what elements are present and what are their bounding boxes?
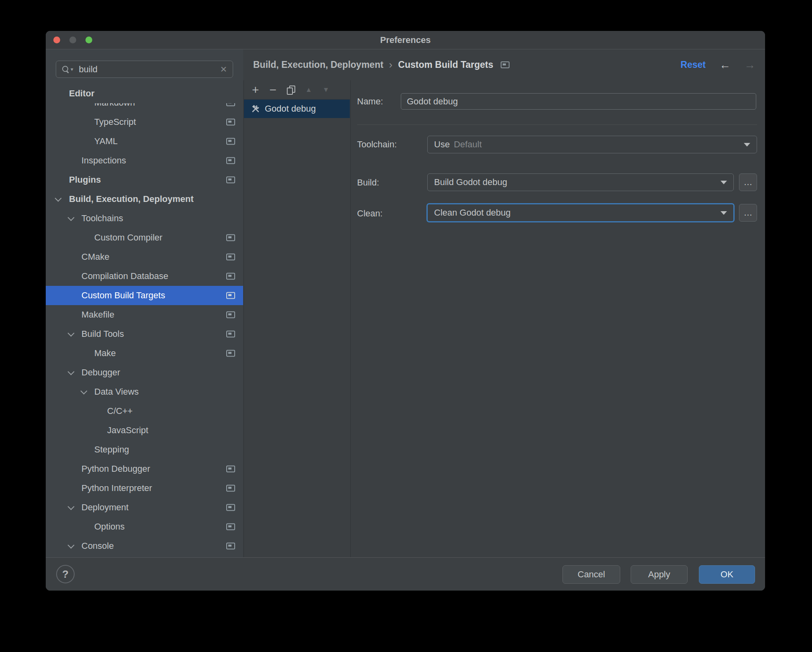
sidebar-item-label: Makefile [81, 310, 114, 320]
match-indicator-icon [226, 543, 235, 550]
sidebar-item-label: C/C++ [107, 406, 133, 416]
name-field-wrap [401, 93, 756, 110]
sidebar-item-label: Python Interpreter [81, 483, 152, 493]
ok-button[interactable]: OK [699, 565, 755, 584]
breadcrumb-current: Custom Build Targets [398, 59, 493, 70]
target-settings-form: Name: Toolchain: Use Default Build: Buil… [350, 80, 765, 557]
clean-label: Clean: [357, 208, 383, 219]
sidebar-item-build-execution-deployment[interactable]: Build, Execution, Deployment [46, 189, 243, 209]
match-indicator-icon [226, 331, 235, 338]
match-indicator-icon [501, 61, 510, 68]
sidebar-item-label: Custom Build Targets [81, 290, 165, 301]
clear-search-icon[interactable]: ✕ [220, 65, 227, 74]
chevron-down-icon [721, 211, 727, 215]
toolchain-label: Toolchain: [357, 139, 397, 150]
name-label: Name: [357, 96, 383, 107]
targets-toolbar: + − ▲ ▼ [244, 80, 350, 100]
toolchain-select[interactable]: Use Default [427, 136, 757, 153]
toolchain-use-text: Use [434, 139, 450, 150]
back-arrow-icon[interactable]: ← [719, 59, 731, 71]
sidebar-item-toolchains[interactable]: Toolchains [46, 209, 243, 228]
settings-tree: Editor MarkdownTypeScriptYAMLInspections… [46, 84, 243, 558]
match-indicator-icon [226, 234, 235, 241]
build-select[interactable]: Build Godot debug [427, 173, 734, 191]
chevron-down-icon[interactable] [68, 503, 75, 510]
footer-bar: ? Cancel Apply OK [46, 557, 765, 591]
sidebar-item-typescript[interactable]: TypeScript [46, 112, 243, 132]
sidebar-item-label: Deployment [81, 502, 128, 513]
copy-target-icon[interactable] [287, 86, 295, 94]
hammer-wrench-icon [251, 104, 260, 113]
clean-browse-button[interactable]: … [739, 204, 757, 222]
sidebar-item-plugins[interactable]: Plugins [46, 170, 243, 189]
sidebar-item-label: Make [94, 348, 116, 359]
sidebar-item-label: YAML [94, 136, 118, 147]
move-down-icon: ▼ [323, 84, 329, 96]
sidebar-item-options[interactable]: Options [46, 517, 243, 536]
sidebar-item-label: Debugger [81, 367, 120, 378]
remove-target-button[interactable]: − [270, 84, 277, 96]
help-button[interactable]: ? [56, 565, 75, 583]
settings-search-box[interactable]: ▾ ✕ [56, 61, 233, 78]
search-input[interactable] [78, 64, 220, 75]
sidebar-item-yaml[interactable]: YAML [46, 132, 243, 151]
match-indicator-icon [226, 177, 235, 183]
name-input[interactable] [401, 96, 756, 107]
sidebar-item-data-views[interactable]: Data Views [46, 382, 243, 401]
sidebar-item-label: Toolchains [81, 213, 123, 224]
match-indicator-icon [226, 504, 235, 511]
move-up-icon: ▲ [305, 84, 312, 96]
chevron-down-icon[interactable] [68, 369, 75, 375]
chevron-down-icon[interactable] [68, 330, 75, 337]
sidebar-item-label: TypeScript [94, 117, 136, 127]
sidebar-group-editor[interactable]: Editor [46, 84, 243, 103]
sidebar-item-make[interactable]: Make [46, 344, 243, 363]
build-value-text: Build Godot debug [434, 177, 507, 187]
breadcrumb-parent[interactable]: Build, Execution, Deployment [253, 59, 384, 70]
toolchain-value-text: Default [454, 139, 482, 150]
sidebar-item-deployment[interactable]: Deployment [46, 498, 243, 517]
sidebar-item-cmake[interactable]: CMake [46, 247, 243, 267]
sidebar-item-label: Data Views [94, 387, 139, 397]
sidebar-item-label: Build Tools [81, 329, 124, 339]
sidebar-item-inspections[interactable]: Inspections [46, 151, 243, 170]
sidebar-item-console[interactable]: Console [46, 536, 243, 556]
sidebar-item-label: Custom Compiler [94, 232, 162, 243]
chevron-down-icon[interactable] [68, 542, 75, 549]
chevron-down-icon[interactable] [81, 388, 87, 395]
sidebar-item-javascript[interactable]: JavaScript [46, 421, 243, 440]
sidebar-item-compilation-database[interactable]: Compilation Database [46, 267, 243, 286]
chevron-down-icon[interactable] [68, 214, 75, 221]
sidebar-item-label: Options [94, 522, 125, 532]
build-label: Build: [357, 177, 379, 188]
form-divider [357, 124, 757, 125]
search-options-caret-icon[interactable]: ▾ [71, 66, 73, 72]
sidebar-item-build-tools[interactable]: Build Tools [46, 324, 243, 344]
breadcrumb-bar: Build, Execution, Deployment › Custom Bu… [244, 49, 765, 80]
cancel-button[interactable]: Cancel [562, 565, 620, 584]
build-browse-button[interactable]: … [739, 173, 757, 191]
sidebar-item-c-c[interactable]: C/C++ [46, 401, 243, 421]
apply-button[interactable]: Apply [631, 565, 688, 584]
match-indicator-icon [226, 138, 235, 145]
sidebar-item-python-interpreter[interactable]: Python Interpreter [46, 479, 243, 498]
match-indicator-icon [226, 273, 235, 280]
sidebar-item-label: Inspections [81, 155, 126, 166]
sidebar-item-makefile[interactable]: Makefile [46, 305, 243, 324]
chevron-down-icon[interactable] [55, 195, 62, 202]
sidebar-item-python-debugger[interactable]: Python Debugger [46, 459, 243, 479]
add-target-button[interactable]: + [252, 84, 259, 96]
clean-select[interactable]: Clean Godot debug [426, 203, 735, 222]
sidebar-item-label: Plugins [69, 175, 101, 185]
sidebar-item-stepping[interactable]: Stepping [46, 440, 243, 459]
sidebar-item-custom-build-targets[interactable]: Custom Build Targets [46, 286, 243, 305]
match-indicator-icon [226, 119, 235, 126]
sidebar-item-custom-compiler[interactable]: Custom Compiler [46, 228, 243, 247]
titlebar: Preferences [46, 31, 765, 49]
sidebar-item-debugger[interactable]: Debugger [46, 363, 243, 382]
sidebar-item-label: Python Debugger [81, 464, 150, 474]
sidebar-item-label: Compilation Database [81, 271, 168, 281]
reset-link[interactable]: Reset [680, 59, 706, 70]
match-indicator-icon [226, 524, 235, 530]
target-item-godot-debug[interactable]: Godot debug [244, 100, 350, 118]
